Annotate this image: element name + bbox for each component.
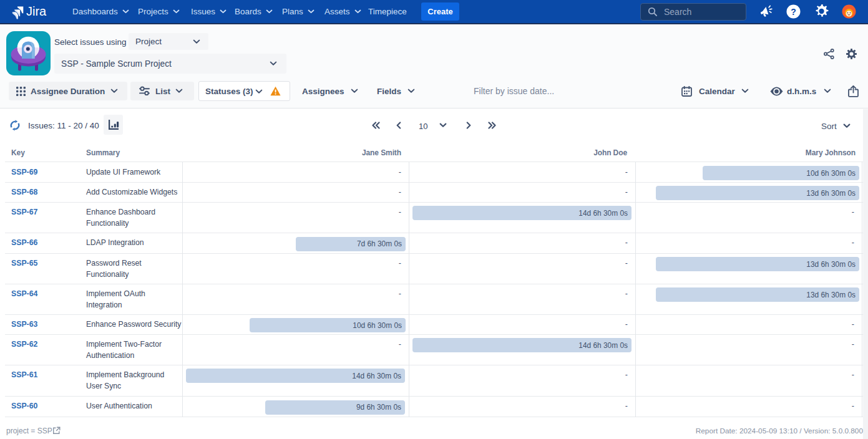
svg-text:?: ? xyxy=(791,7,796,17)
